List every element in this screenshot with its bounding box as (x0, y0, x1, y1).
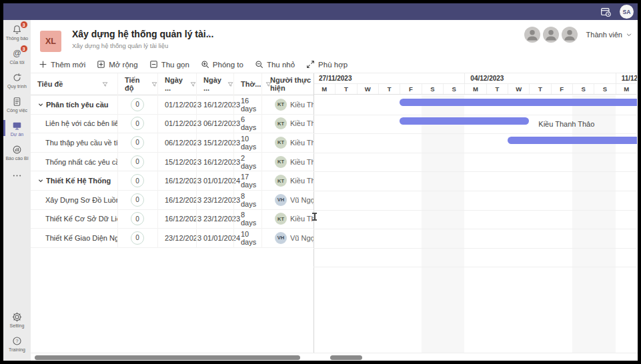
duration: 10 days (233, 229, 261, 247)
schedule-meeting-icon[interactable] (600, 6, 612, 18)
gantt-day-cell: W (508, 84, 529, 94)
progress-ring: 0 (131, 193, 144, 207)
toolbar-button[interactable]: Thêm mới (39, 60, 85, 70)
assignee-name: Kiều Th (290, 177, 313, 185)
sidebar-item[interactable]: Báo cáo BI (3, 140, 31, 164)
gantt-row-line (313, 248, 637, 249)
table-row[interactable]: Xây Dựng Sơ Đồ Luồng ... 0 16/12/2023 23… (31, 191, 313, 210)
end-date: 01/01/2024 (196, 171, 233, 190)
column-header-label: Ngày ... (203, 76, 223, 92)
tab[interactable] (219, 29, 220, 36)
progress-ring: 0 (131, 212, 144, 225)
toolbar-button-label: Phù hợp (318, 61, 348, 69)
table-row[interactable]: Liên hệ với các bên liên ... 0 01/12/202… (31, 115, 313, 134)
toolbar-button[interactable]: Mở rộng (97, 60, 137, 70)
gantt-week-header: 27/11/202304/12/202311/12/20 (313, 73, 637, 84)
members-control[interactable]: Thành viên (524, 27, 632, 43)
gantt-toolbar: Thêm mới Mở rộng Thu gọn Phóng to Thu nh… (31, 57, 638, 73)
table-row[interactable]: Thống nhất các yêu cầu ... 0 15/12/2023 … (31, 153, 313, 172)
page-subtitle: Xây dựng hệ thống quản lý tài liệu (72, 42, 213, 49)
toolbar-button[interactable]: Phù hợp (306, 60, 348, 70)
member-avatar[interactable] (562, 27, 578, 43)
channel-header: XL Xây dựng hệ thống quản lý tài... Xây … (31, 20, 638, 57)
tasks-icon (11, 96, 23, 107)
end-date: 16/12/2023 (196, 153, 233, 171)
table-row[interactable]: Phân tích yêu cầu 0 01/12/2023 16/12/202… (31, 95, 313, 115)
sidebar-item[interactable]: Dự án (3, 116, 31, 140)
app-sidebar: 3 Thông báo @ 3 Của tôi Quy trình (3, 20, 31, 361)
gantt-bar[interactable] (400, 99, 637, 106)
grid-horizontal-scrollbar[interactable] (35, 355, 300, 360)
task-title: Thiết Kế Hệ Thống (46, 177, 111, 185)
tab[interactable] (208, 29, 209, 36)
chevron-down-icon (626, 29, 632, 41)
member-avatar[interactable] (524, 27, 540, 43)
sidebar-item[interactable]: Quy trình (3, 68, 31, 92)
sidebar-item[interactable]: @ 3 Của tôi (3, 44, 31, 68)
table-row[interactable]: Thiết Kế Cơ Sở Dữ Liệu 0 16/12/2023 23/1… (31, 210, 313, 229)
sidebar-item-label: Quy trình (7, 84, 27, 89)
filter-icon[interactable] (102, 81, 108, 87)
chevron-down-icon[interactable] (37, 101, 44, 108)
more-icon (11, 170, 23, 181)
user-avatar[interactable]: SA (620, 5, 634, 19)
gantt-bar[interactable] (400, 117, 529, 125)
table-row[interactable]: Thiết Kế Giao Diện Ngườ... 0 23/12/2023 … (31, 229, 313, 248)
gantt-day-cell: T (486, 84, 508, 94)
team-avatar[interactable]: XL (40, 31, 61, 52)
assignee-name: Vũ Ngọ (290, 196, 313, 204)
column-header: Ngày ... (157, 73, 196, 95)
tab-bar (197, 29, 263, 36)
toolbar-button[interactable]: Thu nhỏ (255, 60, 295, 70)
column-header-label: Ngày ... (165, 76, 185, 92)
column-header: Tiến độ (117, 73, 157, 95)
tab[interactable] (229, 29, 231, 36)
assignee-name: Kiều Th (290, 101, 313, 109)
sidebar-item[interactable]: Công việc (3, 92, 31, 116)
task-title: Thống nhất các yêu cầu ... (45, 158, 117, 166)
gantt-week-cell: 04/12/2023 (464, 73, 615, 84)
gantt-bar[interactable] (508, 137, 637, 144)
table-row[interactable]: Thiết Kế Hệ Thống 0 16/12/2023 01/01/202… (31, 171, 313, 191)
sidebar-item[interactable]: 3 Thông báo (3, 20, 31, 44)
gantt-timeline: 27/11/202304/12/202311/12/20MTWTFSSMTWTF… (313, 73, 637, 353)
duration: 8 days (233, 210, 261, 229)
progress-ring: 0 (131, 136, 144, 149)
tab[interactable] (197, 29, 199, 36)
gantt-day-cell: M (616, 84, 637, 94)
progress-ring: 0 (131, 231, 144, 245)
teams-title-bar: SA (3, 3, 638, 20)
filter-icon[interactable] (227, 81, 233, 87)
task-title: Thiết Kế Cơ Sở Dữ Liệu (45, 215, 117, 223)
sidebar-footer-item[interactable]: Setting (3, 307, 31, 331)
toolbar-button[interactable]: Phóng to (201, 60, 243, 70)
gantt-horizontal-scrollbar[interactable] (330, 355, 362, 360)
tab[interactable] (240, 29, 241, 36)
start-date: 01/12/2023 (157, 95, 196, 114)
sidebar-footer-item[interactable]: ? Training (3, 331, 31, 355)
pane-divider[interactable] (313, 73, 314, 361)
toolbar-button-label: Phóng to (213, 61, 243, 69)
assignee-avatar: KT (275, 156, 287, 168)
filter-icon[interactable] (190, 81, 196, 87)
progress-ring: 0 (131, 174, 144, 187)
column-header: Tiêu đề (31, 73, 117, 95)
chevron-down-icon[interactable] (37, 177, 44, 184)
end-date: 01/01/2024 (196, 229, 233, 247)
tab[interactable] (261, 29, 263, 36)
sidebar-item[interactable] (3, 164, 31, 188)
member-avatar[interactable] (543, 27, 559, 43)
help-icon: ? (11, 335, 23, 347)
end-date: 23/12/2023 (196, 191, 233, 209)
sidebar-item-label: Dự án (11, 132, 23, 137)
tab[interactable] (251, 29, 252, 36)
sidebar-item-label: Thông báo (6, 36, 28, 41)
toolbar-button[interactable]: Thu gọn (149, 60, 189, 70)
filter-icon[interactable] (151, 81, 157, 87)
end-date: 15/12/2023 (196, 133, 233, 152)
column-header-label: Tiêu đề (37, 80, 63, 88)
task-grid: Tiêu đềTiến độNgày ...Ngày ...Thờ...Ngườ… (31, 73, 313, 353)
table-row[interactable]: Thu thập yêu cầu về tính... 0 06/12/2023… (31, 133, 313, 153)
gantt-row-line (313, 133, 637, 134)
start-date: 16/12/2023 (157, 191, 196, 209)
